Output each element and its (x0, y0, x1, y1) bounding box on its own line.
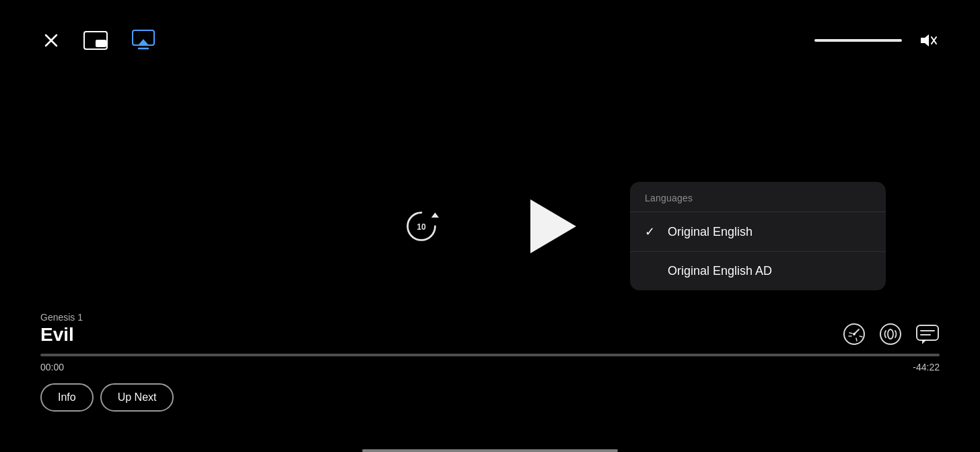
episode-info: Genesis 1 Evil (40, 312, 940, 346)
mute-button[interactable] (915, 28, 940, 53)
svg-text:10: 10 (417, 222, 426, 231)
language-option-label: Original English (668, 225, 753, 239)
top-controls (0, 0, 980, 81)
speed-icon (843, 323, 866, 346)
remaining-time: -44:22 (913, 362, 940, 373)
replay-icon: 10 (404, 207, 439, 245)
subtitles-icon (915, 323, 940, 346)
episode-text: Genesis 1 Evil (40, 312, 83, 346)
svg-point-20 (888, 329, 893, 339)
current-time: 00:00 (40, 362, 64, 373)
close-icon (43, 32, 59, 49)
bottom-section: Genesis 1 Evil (0, 312, 980, 452)
close-button[interactable] (40, 30, 62, 51)
subtitles-button[interactable] (915, 323, 940, 346)
svg-marker-7 (921, 34, 929, 46)
top-right-controls (814, 28, 940, 53)
mute-icon (918, 31, 937, 50)
speed-button[interactable] (843, 323, 866, 346)
progress-bar[interactable] (40, 354, 940, 356)
episode-label: Genesis 1 (40, 312, 83, 323)
episode-title: Evil (40, 324, 83, 346)
svg-rect-21 (917, 325, 938, 340)
pip-icon (83, 31, 108, 50)
action-buttons: Info Up Next (40, 383, 940, 412)
checkmark-icon: ✓ (645, 224, 658, 239)
time-display: 00:00 -44:22 (40, 362, 940, 373)
control-icons (843, 323, 940, 346)
audio-icon (879, 323, 902, 346)
info-button[interactable]: Info (40, 383, 94, 412)
language-option-ad-label: Original English AD (668, 264, 772, 278)
pip-button[interactable] (81, 28, 110, 53)
replay-10-button[interactable]: 10 (401, 206, 442, 247)
language-option-original-english-ad[interactable]: Original English AD (630, 252, 886, 290)
audio-button[interactable] (879, 323, 902, 346)
svg-rect-3 (96, 40, 106, 47)
svg-point-19 (880, 324, 901, 344)
svg-marker-5 (139, 39, 148, 44)
airplay-button[interactable] (129, 27, 158, 54)
svg-line-17 (856, 338, 857, 341)
language-dropdown: Languages ✓ Original English Original En… (630, 182, 886, 290)
svg-marker-10 (431, 212, 439, 217)
airplay-icon (132, 30, 155, 51)
volume-slider[interactable] (814, 39, 902, 42)
center-controls: 10 (401, 197, 579, 256)
svg-line-16 (849, 333, 852, 333)
up-next-button[interactable]: Up Next (100, 383, 174, 412)
play-button[interactable] (522, 197, 579, 256)
play-triangle (530, 199, 576, 253)
svg-line-18 (860, 336, 862, 337)
language-header: Languages (630, 182, 886, 212)
svg-line-14 (854, 329, 859, 334)
svg-marker-24 (922, 340, 926, 344)
top-left-controls (40, 27, 158, 54)
language-option-original-english[interactable]: ✓ Original English (630, 212, 886, 252)
